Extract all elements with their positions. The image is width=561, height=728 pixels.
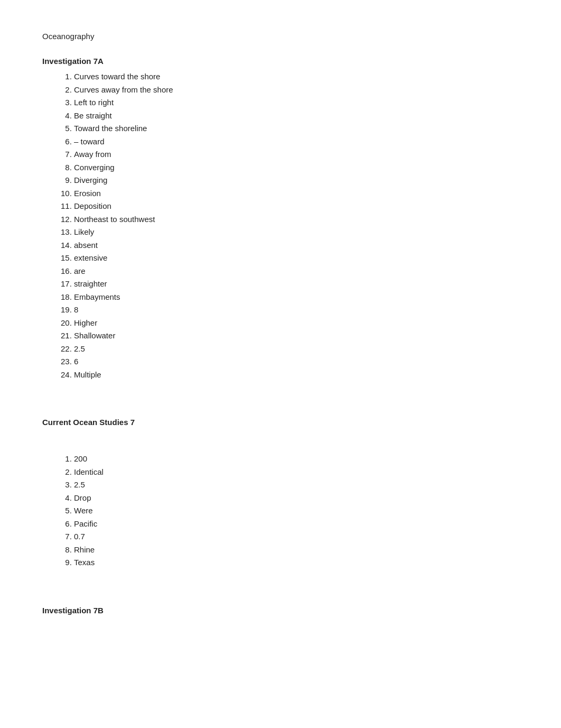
list-item: absent: [74, 239, 519, 252]
investigation-7a-heading: Investigation 7A: [42, 57, 519, 66]
list-item: straighter: [74, 278, 519, 290]
list-item: Erosion: [74, 188, 519, 200]
list-item: 6: [74, 356, 519, 368]
list-item: Drop: [74, 492, 519, 504]
subject-section: Oceanography: [42, 32, 519, 41]
list-item: Toward the shoreline: [74, 123, 519, 135]
list-item: Shallowater: [74, 330, 519, 342]
list-item: Identical: [74, 466, 519, 478]
list-item: Higher: [74, 317, 519, 329]
list-item: Texas: [74, 557, 519, 569]
list-item: Northeast to southwest: [74, 214, 519, 226]
spacer-1: [42, 397, 519, 418]
current-ocean-heading: Current Ocean Studies 7: [42, 418, 519, 427]
investigation-7b-section: Investigation 7B: [42, 606, 519, 615]
investigation-7a-section: Investigation 7A Curves toward the shore…: [42, 57, 519, 381]
list-item: Converging: [74, 162, 519, 174]
investigation-7a-list: Curves toward the shoreCurves away from …: [74, 71, 519, 381]
investigation-7b-heading: Investigation 7B: [42, 606, 519, 615]
spacer-3: [42, 585, 519, 606]
list-item: Away from: [74, 149, 519, 161]
list-item: are: [74, 265, 519, 278]
list-item: Curves toward the shore: [74, 71, 519, 83]
spacer-2: [42, 432, 519, 453]
list-item: Curves away from the shore: [74, 84, 519, 96]
current-ocean-list: 200Identical2.5DropWerePacific0.7RhineTe…: [74, 453, 519, 569]
list-item: Were: [74, 505, 519, 517]
list-item: Deposition: [74, 200, 519, 213]
list-item: Pacific: [74, 518, 519, 530]
list-item: Diverging: [74, 174, 519, 187]
list-item: Multiple: [74, 369, 519, 381]
list-item: 8: [74, 304, 519, 316]
list-item: Likely: [74, 226, 519, 238]
list-item: 2.5: [74, 343, 519, 355]
list-item: – toward: [74, 136, 519, 148]
subject-title: Oceanography: [42, 32, 519, 41]
list-item: extensive: [74, 252, 519, 264]
list-item: Be straight: [74, 110, 519, 122]
list-item: 2.5: [74, 479, 519, 491]
page-container: Oceanography Investigation 7A Curves tow…: [42, 32, 519, 615]
list-item: 200: [74, 453, 519, 465]
list-item: 0.7: [74, 531, 519, 543]
list-item: Rhine: [74, 544, 519, 556]
list-item: Embayments: [74, 291, 519, 303]
current-ocean-section: Current Ocean Studies 7 200Identical2.5D…: [42, 418, 519, 569]
list-item: Left to right: [74, 97, 519, 109]
